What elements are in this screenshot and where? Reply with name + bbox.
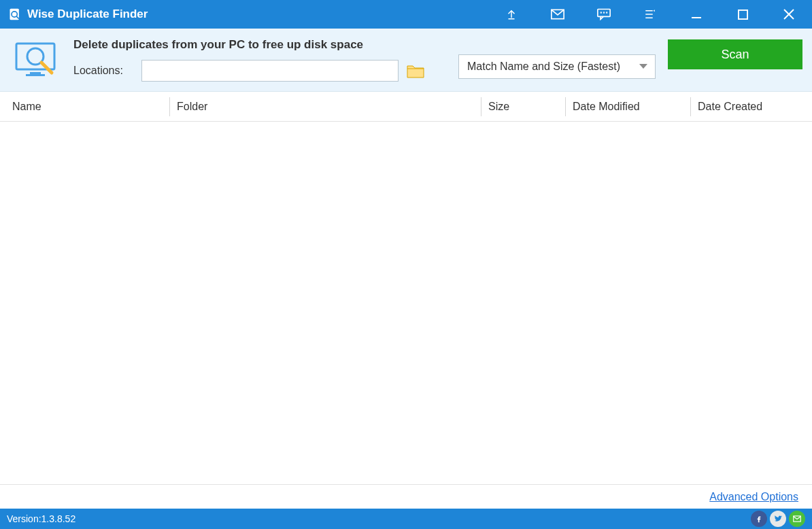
maximize-button[interactable] — [720, 0, 766, 29]
svg-point-7 — [607, 12, 607, 13]
email-icon[interactable] — [789, 511, 805, 527]
settings-button[interactable] — [627, 0, 673, 29]
results-area — [0, 122, 812, 484]
upgrade-button[interactable] — [488, 0, 535, 29]
column-folder[interactable]: Folder — [170, 97, 481, 116]
svg-rect-13 — [30, 72, 41, 74]
locations-row: Locations: — [73, 60, 426, 82]
app-title: Wise Duplicate Finder — [27, 7, 148, 21]
locations-label: Locations: — [73, 65, 135, 77]
svg-point-6 — [604, 12, 605, 13]
browse-folder-button[interactable] — [405, 60, 426, 82]
search-panel: Delete duplicates from your PC to free u… — [0, 29, 812, 92]
monitor-search-icon — [14, 39, 61, 80]
close-button[interactable] — [766, 0, 812, 29]
minimize-button[interactable] — [673, 0, 720, 29]
svg-point-5 — [600, 12, 601, 13]
scan-button[interactable]: Scan — [668, 39, 802, 69]
app-icon — [8, 7, 22, 21]
column-date-modified[interactable]: Date Modified — [566, 97, 691, 116]
chevron-down-icon — [639, 61, 648, 73]
svg-rect-14 — [26, 74, 45, 76]
svg-rect-9 — [738, 10, 747, 18]
statusbar: Version:1.3.8.52 — [0, 509, 812, 529]
scan-button-label: Scan — [721, 48, 749, 62]
facebook-icon[interactable] — [751, 511, 767, 527]
column-date-created[interactable]: Date Created — [691, 97, 808, 116]
panel-heading: Delete duplicates from your PC to free u… — [73, 38, 426, 52]
match-mode-value: Match Name and Size (Fastest) — [467, 61, 620, 73]
locations-input[interactable] — [141, 60, 399, 82]
advanced-bar: Advanced Options — [0, 484, 812, 509]
titlebar-left: Wise Duplicate Finder — [0, 7, 148, 21]
advanced-options-link[interactable]: Advanced Options — [709, 491, 798, 503]
version-label: Version:1.3.8.52 — [7, 513, 75, 524]
feedback-button[interactable] — [581, 0, 627, 29]
match-mode-select[interactable]: Match Name and Size (Fastest) — [458, 54, 656, 79]
search-body: Delete duplicates from your PC to free u… — [73, 38, 426, 82]
column-size[interactable]: Size — [481, 97, 566, 116]
column-name[interactable]: Name — [12, 97, 170, 116]
twitter-icon[interactable] — [770, 511, 786, 527]
mail-button[interactable] — [535, 0, 581, 29]
titlebar: Wise Duplicate Finder — [0, 0, 812, 29]
results-table-header: Name Folder Size Date Modified Date Crea… — [0, 92, 812, 122]
svg-line-16 — [41, 63, 52, 73]
